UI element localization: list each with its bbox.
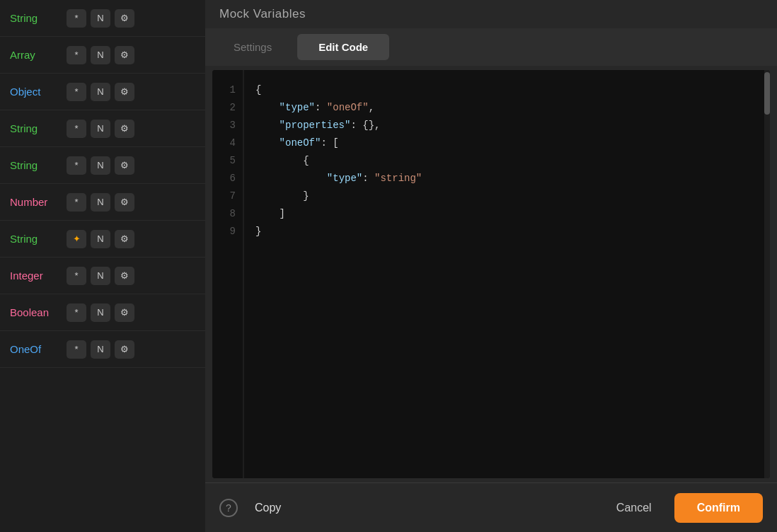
scrollbar-thumb	[764, 72, 770, 115]
gear-badge[interactable]: ⚙	[115, 230, 134, 248]
type-label: String	[10, 12, 67, 24]
footer-left: ? Copy	[219, 497, 288, 519]
list-item: String * N ⚙	[0, 147, 205, 184]
gear-badge[interactable]: ⚙	[115, 340, 134, 359]
cancel-button[interactable]: Cancel	[602, 495, 666, 521]
tab-settings[interactable]: Settings	[212, 34, 293, 60]
star-badge[interactable]: *	[67, 9, 86, 28]
copy-button[interactable]: Copy	[248, 497, 288, 519]
help-icon[interactable]: ?	[219, 499, 238, 517]
list-item: Boolean * N ⚙	[0, 294, 205, 331]
star-badge[interactable]: *	[67, 46, 86, 64]
list-item: String * N ⚙	[0, 110, 205, 147]
main-panel: Mock Variables Settings Edit Code 1 2 3 …	[205, 0, 777, 532]
star-badge[interactable]: *	[67, 193, 86, 212]
list-item: String ✦ N ⚙	[0, 221, 205, 258]
list-item: Integer * N ⚙	[0, 258, 205, 294]
tab-edit-code[interactable]: Edit Code	[297, 34, 389, 60]
page-title: Mock Variables	[205, 0, 777, 28]
gear-badge[interactable]: ⚙	[115, 193, 134, 212]
type-label: OneOf	[10, 343, 67, 355]
gear-badge[interactable]: ⚙	[115, 46, 134, 64]
n-badge[interactable]: N	[91, 267, 110, 285]
gear-badge[interactable]: ⚙	[115, 83, 134, 101]
gear-badge[interactable]: ⚙	[115, 303, 134, 322]
type-label: Boolean	[10, 306, 67, 318]
n-badge[interactable]: N	[91, 9, 110, 28]
list-item: Array * N ⚙	[0, 37, 205, 74]
list-item: String * N ⚙	[0, 0, 205, 37]
code-editor[interactable]: 1 2 3 4 5 6 7 8 9 { "type": "oneOf", "pr…	[212, 70, 770, 478]
star-badge[interactable]: *	[67, 267, 86, 285]
n-badge[interactable]: N	[91, 193, 110, 212]
type-label: Number	[10, 196, 67, 208]
star-badge[interactable]: *	[67, 340, 86, 359]
n-badge[interactable]: N	[91, 340, 110, 359]
gear-badge[interactable]: ⚙	[115, 156, 134, 175]
type-label: String	[10, 122, 67, 134]
star-badge[interactable]: ✦	[67, 230, 86, 248]
list-item: OneOf * N ⚙	[0, 331, 205, 368]
type-label: String	[10, 159, 67, 171]
footer: ? Copy Cancel Confirm	[205, 482, 777, 532]
type-label: Array	[10, 49, 67, 61]
star-badge[interactable]: *	[67, 120, 86, 138]
star-badge[interactable]: *	[67, 156, 86, 175]
n-badge[interactable]: N	[91, 230, 110, 248]
tab-bar: Settings Edit Code	[205, 28, 777, 66]
sidebar: String * N ⚙ Array * N ⚙ Object * N ⚙ St…	[0, 0, 205, 532]
list-item: Object * N ⚙	[0, 74, 205, 110]
star-badge[interactable]: *	[67, 83, 86, 101]
type-label: Integer	[10, 270, 67, 282]
n-badge[interactable]: N	[91, 303, 110, 322]
gear-badge[interactable]: ⚙	[115, 120, 134, 138]
confirm-button[interactable]: Confirm	[674, 493, 763, 523]
star-badge[interactable]: *	[67, 303, 86, 322]
line-numbers: 1 2 3 4 5 6 7 8 9	[212, 70, 244, 478]
gear-badge[interactable]: ⚙	[115, 9, 134, 28]
n-badge[interactable]: N	[91, 46, 110, 64]
code-text[interactable]: { "type": "oneOf", "properties": {}, "on…	[244, 70, 770, 478]
footer-right: Cancel Confirm	[602, 493, 763, 523]
n-badge[interactable]: N	[91, 156, 110, 175]
n-badge[interactable]: N	[91, 83, 110, 101]
scrollbar[interactable]	[764, 70, 770, 478]
n-badge[interactable]: N	[91, 120, 110, 138]
gear-badge[interactable]: ⚙	[115, 267, 134, 285]
type-label: Object	[10, 86, 67, 98]
type-label: String	[10, 233, 67, 245]
list-item: Number * N ⚙	[0, 184, 205, 221]
